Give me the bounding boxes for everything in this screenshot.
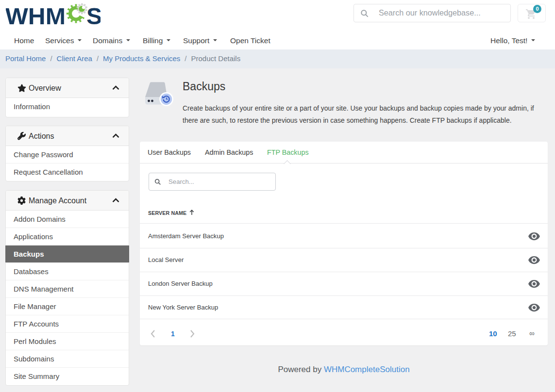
svg-text:S: S xyxy=(86,3,101,27)
svg-text:WHM: WHM xyxy=(6,3,66,27)
